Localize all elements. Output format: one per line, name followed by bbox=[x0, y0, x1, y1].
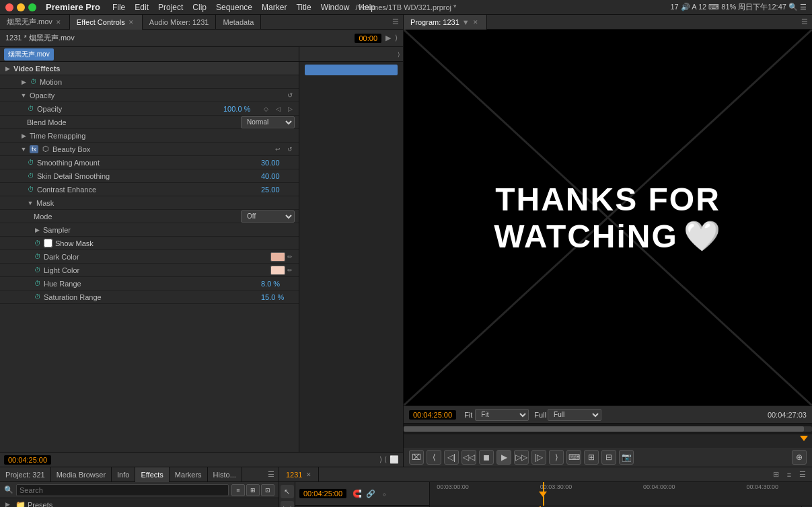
skin-detail-value[interactable]: 40.00 bbox=[261, 172, 295, 180]
smoothing-stopwatch-icon[interactable]: ⏱ bbox=[27, 159, 35, 167]
light-color-picker-icon[interactable]: ✏ bbox=[285, 266, 295, 275]
tab-audio-mixer[interactable]: Audio Mixer: 1231 bbox=[143, 15, 217, 30]
transport-export[interactable]: 📷 bbox=[619, 450, 634, 465]
transport-mark-in[interactable]: ⌧ bbox=[409, 450, 424, 465]
show-mask-stopwatch-icon[interactable]: ⏱ bbox=[34, 239, 42, 247]
video-effects-toggle[interactable]: ▶ bbox=[4, 65, 11, 72]
ec-tab-close[interactable]: ✕ bbox=[127, 18, 135, 26]
dark-color-picker-icon[interactable]: ✏ bbox=[285, 252, 295, 262]
bottom-panel-menu-icon[interactable]: ☰ bbox=[264, 470, 279, 479]
minimize-button[interactable] bbox=[17, 3, 25, 11]
transport-play[interactable]: ▶ bbox=[496, 450, 511, 465]
tl-icon-1[interactable]: ⊞ bbox=[770, 469, 781, 480]
tab-metadata[interactable]: Metadata bbox=[216, 15, 261, 30]
smoothing-amount-value[interactable]: 30.00 bbox=[261, 159, 295, 167]
opacity-arrow-left[interactable]: ◁ bbox=[273, 104, 283, 114]
opacity-value[interactable]: 100.0 % bbox=[223, 105, 257, 113]
menu-clip[interactable]: Clip bbox=[192, 3, 207, 12]
mask-toggle[interactable]: ▼ bbox=[27, 200, 34, 206]
motion-toggle[interactable]: ▶ bbox=[20, 79, 27, 85]
opacity-stopwatch-icon[interactable]: ⏱ bbox=[27, 105, 35, 113]
transport-rewind[interactable]: ◁◁ bbox=[462, 450, 476, 465]
ec-timeline-close-icon[interactable]: ⟩ bbox=[398, 51, 400, 58]
prog-quality-select[interactable]: Full Half bbox=[548, 409, 601, 421]
menu-file[interactable]: File bbox=[112, 3, 125, 12]
show-mask-checkbox[interactable] bbox=[44, 239, 52, 247]
transport-step-forward[interactable]: |▷ bbox=[531, 450, 546, 465]
program-tab-dropdown[interactable]: ▼ bbox=[462, 18, 470, 26]
mask-mode-select[interactable]: Off On bbox=[241, 210, 295, 223]
tl-tab-sequence[interactable]: 1231 ✕ bbox=[279, 467, 319, 482]
opacity-reset-icon[interactable]: ↺ bbox=[285, 91, 295, 100]
ec-expand-btn[interactable]: ⬜ bbox=[390, 455, 399, 464]
saturation-range-value[interactable]: 15.0 % bbox=[261, 293, 295, 301]
beauty-box-toggle[interactable]: ▼ bbox=[20, 146, 27, 153]
search-input[interactable] bbox=[16, 484, 229, 496]
prog-btn-plus[interactable]: ⊕ bbox=[792, 450, 807, 465]
program-panel-menu[interactable]: ☰ bbox=[797, 17, 812, 26]
ec-bottom-icons[interactable]: ⟩ ⟨ bbox=[379, 455, 387, 464]
tab-effects[interactable]: Effects bbox=[135, 467, 169, 482]
light-color-stopwatch-icon[interactable]: ⏱ bbox=[34, 266, 42, 274]
view-list-btn[interactable]: ≡ bbox=[231, 484, 245, 496]
transport-mark-out[interactable]: ⌨ bbox=[566, 450, 581, 465]
source-tab-close[interactable]: ✕ bbox=[54, 18, 63, 26]
prog-zoom-select[interactable]: Fit 25% 50% 100% bbox=[475, 409, 529, 421]
tl-sequence-close[interactable]: ✕ bbox=[306, 471, 311, 478]
transport-stop[interactable]: ◼ bbox=[479, 450, 494, 465]
menu-title[interactable]: Title bbox=[296, 3, 311, 12]
video-effects-header[interactable]: ▶ Video Effects bbox=[0, 62, 299, 75]
motion-stopwatch-icon[interactable]: ⏱ bbox=[30, 78, 38, 86]
sat-range-stopwatch-icon[interactable]: ⏱ bbox=[34, 293, 42, 301]
tl-icon-3[interactable]: ☰ bbox=[797, 469, 808, 480]
tab-effect-controls[interactable]: Effect Controls ✕ bbox=[70, 15, 143, 30]
view-icon-btn[interactable]: ⊡ bbox=[261, 484, 274, 496]
menu-edit[interactable]: Edit bbox=[135, 3, 149, 12]
opacity-toggle[interactable]: ▼ bbox=[20, 92, 27, 99]
beauty-box-reset-icon[interactable]: ↩ bbox=[273, 145, 283, 154]
blend-mode-select[interactable]: Normal Dissolve Multiply bbox=[241, 116, 295, 128]
ec-expand-icon[interactable]: ▶ bbox=[385, 34, 391, 42]
beauty-box-menu-icon[interactable]: ↺ bbox=[285, 145, 295, 154]
contrast-enhance-value[interactable]: 25.00 bbox=[261, 186, 295, 194]
transport-insert[interactable]: ⊞ bbox=[584, 450, 599, 465]
hue-range-stopwatch-icon[interactable]: ⏱ bbox=[34, 280, 42, 288]
transport-forward[interactable]: ▷▷ bbox=[514, 450, 529, 465]
tree-item-presets[interactable]: ▶ 📁 Presets bbox=[0, 498, 279, 507]
program-tab-close[interactable]: ✕ bbox=[472, 18, 480, 26]
tl-icon-2[interactable]: ≡ bbox=[784, 469, 795, 480]
opacity-arrow-right[interactable]: ▷ bbox=[285, 104, 295, 114]
tab-histo[interactable]: Histo... bbox=[208, 467, 242, 482]
ec-scroll-icon[interactable]: ⟩ bbox=[395, 34, 398, 42]
menu-window[interactable]: Window bbox=[321, 3, 350, 12]
view-grid-btn[interactable]: ⊞ bbox=[246, 484, 260, 496]
menu-marker[interactable]: Marker bbox=[262, 3, 287, 12]
hue-range-value[interactable]: 8.0 % bbox=[261, 280, 295, 288]
transport-step-back[interactable]: ◁| bbox=[444, 450, 459, 465]
tl-snap-icon[interactable]: 🧲 bbox=[352, 488, 363, 499]
time-remapping-toggle[interactable]: ▶ bbox=[20, 132, 27, 139]
tab-media-browser[interactable]: Media Browser bbox=[51, 467, 112, 482]
skin-detail-stopwatch-icon[interactable]: ⏱ bbox=[27, 172, 35, 180]
tl-link-icon[interactable]: 🔗 bbox=[365, 488, 376, 499]
tool-select[interactable]: ↖ bbox=[281, 485, 294, 498]
tab-program[interactable]: Program: 1231 ▼ ✕ bbox=[404, 15, 487, 30]
transport-overwrite[interactable]: ⊟ bbox=[601, 450, 616, 465]
menu-project[interactable]: Project bbox=[158, 3, 183, 12]
dark-color-swatch[interactable] bbox=[270, 252, 285, 262]
menu-sequence[interactable]: Sequence bbox=[216, 3, 252, 12]
sampler-toggle[interactable]: ▶ bbox=[34, 227, 40, 233]
tab-info[interactable]: Info bbox=[112, 467, 135, 482]
contrast-stopwatch-icon[interactable]: ⏱ bbox=[27, 186, 35, 194]
prog-scrubber[interactable] bbox=[404, 424, 812, 434]
tab-project[interactable]: Project: 321 bbox=[0, 467, 51, 482]
panel-menu-icon[interactable]: ☰ bbox=[388, 17, 403, 26]
close-button[interactable] bbox=[5, 3, 13, 11]
light-color-swatch[interactable] bbox=[270, 266, 285, 275]
tool-ripple[interactable]: ⟺ bbox=[281, 501, 294, 507]
tab-markers[interactable]: Markers bbox=[170, 467, 208, 482]
maximize-button[interactable] bbox=[28, 3, 36, 11]
dark-color-stopwatch-icon[interactable]: ⏱ bbox=[34, 253, 42, 261]
tab-source[interactable]: 烟黑无声.mov ✕ bbox=[0, 15, 70, 30]
opacity-keyframe-btn[interactable]: ◇ bbox=[261, 104, 270, 114]
